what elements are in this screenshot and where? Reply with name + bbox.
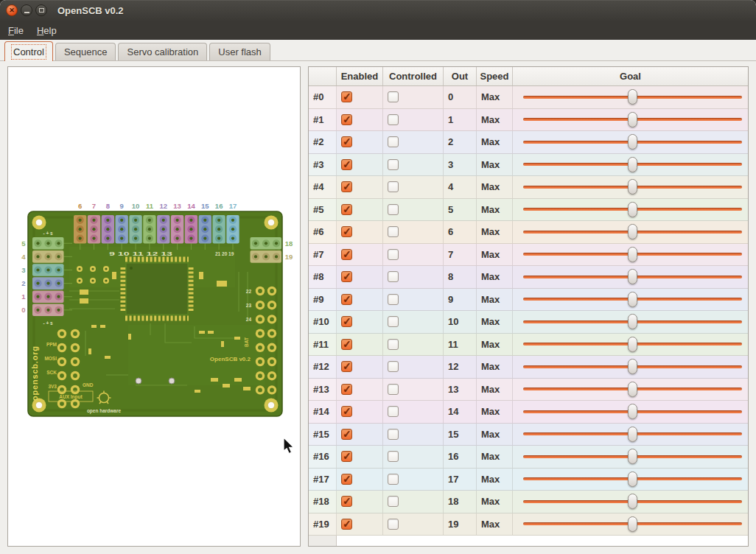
goal-slider[interactable] bbox=[523, 491, 742, 513]
goal-slider[interactable] bbox=[523, 266, 742, 288]
maximize-button[interactable] bbox=[35, 4, 47, 16]
goal-slider-handle[interactable] bbox=[628, 292, 637, 307]
goal-slider[interactable] bbox=[523, 176, 742, 198]
controlled-checkbox[interactable] bbox=[388, 474, 399, 485]
menu-file[interactable]: File bbox=[1, 21, 30, 40]
controlled-checkbox[interactable] bbox=[388, 519, 399, 530]
enabled-checkbox[interactable] bbox=[341, 519, 352, 530]
tab-user-flash[interactable]: User flash bbox=[209, 43, 270, 60]
controlled-checkbox[interactable] bbox=[388, 249, 399, 260]
goal-slider[interactable] bbox=[523, 513, 742, 536]
enabled-cell bbox=[337, 154, 383, 176]
close-button[interactable]: ✕ bbox=[6, 4, 18, 16]
tab-sequence[interactable]: Sequence bbox=[55, 43, 116, 60]
goal-slider[interactable] bbox=[523, 334, 742, 356]
goal-slider-handle[interactable] bbox=[628, 89, 637, 105]
pcb-pin-number: 10 bbox=[132, 202, 140, 210]
goal-slider-handle[interactable] bbox=[628, 269, 637, 284]
tab-control[interactable]: Control bbox=[4, 41, 53, 61]
goal-slider[interactable] bbox=[523, 221, 742, 243]
goal-slider-handle[interactable] bbox=[628, 359, 637, 374]
goal-slider[interactable] bbox=[523, 446, 742, 468]
goal-slider[interactable] bbox=[523, 199, 742, 221]
enabled-checkbox[interactable] bbox=[341, 91, 352, 102]
goal-slider-handle[interactable] bbox=[628, 449, 637, 464]
goal-slider[interactable] bbox=[523, 311, 742, 333]
controlled-checkbox[interactable] bbox=[388, 384, 399, 395]
pcb-pin-number: 5 bbox=[21, 239, 26, 248]
titlebar[interactable]: ✕ OpenSCB v0.2 bbox=[0, 0, 756, 21]
goal-slider-handle[interactable] bbox=[628, 202, 637, 217]
controlled-checkbox[interactable] bbox=[388, 91, 399, 102]
goal-slider[interactable] bbox=[523, 154, 742, 176]
enabled-checkbox[interactable] bbox=[341, 181, 352, 192]
enabled-checkbox[interactable] bbox=[341, 406, 352, 417]
enabled-checkbox[interactable] bbox=[341, 361, 352, 372]
goal-slider-handle[interactable] bbox=[628, 112, 637, 127]
goal-slider-handle[interactable] bbox=[628, 382, 637, 397]
controlled-checkbox[interactable] bbox=[388, 271, 399, 282]
menu-help[interactable]: Help bbox=[30, 21, 63, 40]
enabled-checkbox[interactable] bbox=[341, 271, 352, 282]
goal-slider-handle[interactable] bbox=[628, 494, 637, 509]
controlled-checkbox[interactable] bbox=[388, 226, 399, 237]
enabled-checkbox[interactable] bbox=[341, 159, 352, 170]
controlled-checkbox[interactable] bbox=[388, 294, 399, 305]
enabled-checkbox[interactable] bbox=[341, 136, 352, 147]
controlled-checkbox[interactable] bbox=[388, 451, 399, 462]
enabled-checkbox[interactable] bbox=[341, 316, 352, 327]
goal-slider-handle[interactable] bbox=[628, 516, 637, 532]
column-header-controlled[interactable]: Controlled bbox=[383, 67, 444, 85]
goal-slider-handle[interactable] bbox=[628, 247, 637, 262]
controlled-checkbox[interactable] bbox=[388, 361, 399, 372]
goal-slider[interactable] bbox=[523, 469, 742, 491]
goal-slider-handle[interactable] bbox=[628, 134, 637, 150]
controlled-checkbox[interactable] bbox=[388, 316, 399, 327]
controlled-checkbox[interactable] bbox=[388, 159, 399, 170]
controlled-checkbox[interactable] bbox=[388, 406, 399, 417]
controlled-checkbox[interactable] bbox=[388, 496, 399, 507]
enabled-checkbox[interactable] bbox=[341, 429, 352, 440]
goal-slider-handle[interactable] bbox=[628, 157, 637, 172]
controlled-checkbox[interactable] bbox=[388, 429, 399, 440]
goal-slider[interactable] bbox=[523, 244, 742, 266]
goal-slider[interactable] bbox=[523, 379, 742, 401]
goal-slider[interactable] bbox=[523, 289, 742, 311]
controlled-checkbox[interactable] bbox=[388, 181, 399, 192]
enabled-checkbox[interactable] bbox=[341, 496, 352, 507]
enabled-checkbox[interactable] bbox=[341, 226, 352, 237]
goal-slider-handle[interactable] bbox=[628, 471, 637, 487]
out-value: 0 bbox=[444, 86, 477, 108]
column-header-enabled[interactable]: Enabled bbox=[337, 67, 383, 85]
enabled-checkbox[interactable] bbox=[341, 384, 352, 395]
goal-slider[interactable] bbox=[523, 424, 742, 446]
controlled-checkbox[interactable] bbox=[388, 339, 399, 350]
goal-slider[interactable] bbox=[523, 109, 742, 131]
column-header-rowlabel[interactable] bbox=[309, 67, 337, 85]
goal-slider[interactable] bbox=[523, 86, 742, 108]
goal-slider[interactable] bbox=[523, 356, 742, 378]
goal-slider-handle[interactable] bbox=[628, 404, 637, 419]
tab-servo-calibration[interactable]: Servo calibration bbox=[118, 43, 207, 60]
enabled-checkbox[interactable] bbox=[341, 294, 352, 305]
goal-slider[interactable] bbox=[523, 401, 742, 423]
goal-slider-handle[interactable] bbox=[628, 179, 637, 194]
enabled-checkbox[interactable] bbox=[341, 474, 352, 485]
enabled-checkbox[interactable] bbox=[341, 249, 352, 260]
controlled-checkbox[interactable] bbox=[388, 204, 399, 215]
controlled-checkbox[interactable] bbox=[388, 136, 399, 147]
enabled-checkbox[interactable] bbox=[341, 114, 352, 125]
column-header-speed[interactable]: Speed bbox=[477, 67, 513, 85]
controlled-checkbox[interactable] bbox=[388, 114, 399, 125]
enabled-checkbox[interactable] bbox=[341, 339, 352, 350]
enabled-checkbox[interactable] bbox=[341, 451, 352, 462]
goal-slider-handle[interactable] bbox=[628, 337, 637, 352]
enabled-checkbox[interactable] bbox=[341, 204, 352, 215]
goal-slider-handle[interactable] bbox=[628, 314, 637, 329]
goal-slider-handle[interactable] bbox=[628, 224, 637, 239]
minimize-button[interactable] bbox=[21, 4, 32, 16]
column-header-goal[interactable]: Goal bbox=[513, 67, 748, 85]
goal-slider-handle[interactable] bbox=[628, 427, 637, 442]
goal-slider[interactable] bbox=[523, 131, 742, 153]
column-header-out[interactable]: Out bbox=[444, 67, 477, 85]
